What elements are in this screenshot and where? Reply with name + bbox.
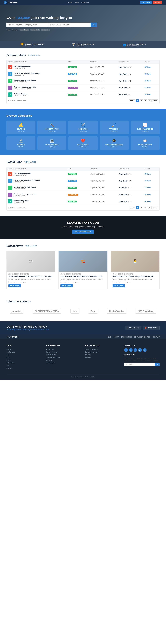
featured-page-1[interactable]: 1 bbox=[136, 100, 139, 102]
news-view-all[interactable]: VIEW ALL NEWS → bbox=[25, 245, 39, 247]
social-icon-t[interactable]: t bbox=[129, 348, 133, 352]
footer-link[interactable]: Add a Job bbox=[85, 354, 92, 356]
hero-number: 100,000* bbox=[16, 16, 30, 20]
client-logo-2: emy bbox=[70, 309, 79, 314]
hero-headline: Over 100,000* jobs are waiting for you bbox=[7, 16, 159, 20]
category-card-logistics[interactable]: ✈️ LOGISTICS 1,550 Jobs bbox=[68, 120, 97, 134]
category-card-healthcare[interactable]: ❤️ HEALTHCARE 2619 Jobs bbox=[68, 136, 97, 150]
footer-link[interactable]: Candidate Dashboard bbox=[46, 357, 60, 358]
footer-link[interactable]: Browse Jobs bbox=[46, 348, 54, 350]
newsletter-submit-button[interactable]: → bbox=[155, 363, 159, 366]
footer-link[interactable]: Student Resume bbox=[46, 354, 56, 356]
social-icon-p[interactable]: p bbox=[143, 348, 146, 352]
table-row[interactable]: F Front-end developer needed COMPANY NAM… bbox=[7, 191, 159, 198]
latest-page-3[interactable]: 3 bbox=[144, 206, 147, 209]
featured-page-2[interactable]: 2 bbox=[140, 100, 143, 102]
category-card-sales-marketing[interactable]: 📈 SALES/MARKETING 2,605 Jobs bbox=[131, 120, 159, 134]
keyword-tag-1[interactable]: accountant bbox=[30, 29, 40, 31]
footer-link[interactable]: Company bbox=[7, 348, 13, 350]
category-card-science[interactable]: 🔬 SCIENCE 475 Jobs bbox=[7, 136, 35, 150]
category-card-finance[interactable]: 💰 FINANCE 4,056 Jobs bbox=[7, 120, 35, 134]
table-row[interactable]: W Web Designer needed iDesign CREATIVE F… bbox=[7, 64, 159, 71]
category-card-art-design[interactable]: 🖌️ ART/DESIGN 2,905 Jobs bbox=[100, 120, 129, 134]
apple-store-button[interactable]: 🍎 APPLE STORE bbox=[143, 326, 159, 330]
table-row[interactable]: H We're hiring a fullstack developer WEB… bbox=[7, 178, 159, 184]
stat-industry-sub[interactable]: ABOUT US bbox=[25, 45, 44, 46]
featured-jobs-view-all[interactable]: VIEW ALL JOBS → bbox=[28, 54, 42, 56]
footer-nav-about[interactable]: ABOUT bbox=[114, 336, 119, 338]
featured-page-3[interactable]: 3 bbox=[144, 100, 147, 102]
google-play-button[interactable]: ▶ GOOGLE PLAY bbox=[125, 326, 141, 330]
read-more-button[interactable]: READ MORE bbox=[9, 284, 21, 288]
latest-page-2[interactable]: 2 bbox=[140, 206, 143, 209]
footer-link[interactable]: Browse categories bbox=[46, 351, 58, 353]
featured-prev-btn[interactable]: PREV bbox=[129, 100, 135, 102]
signup-button[interactable]: SIGN UP bbox=[153, 1, 162, 4]
table-row[interactable]: C Looking for a project leader COMPANY N… bbox=[7, 184, 159, 191]
stat-salary-sub[interactable]: LEARN MORE bbox=[76, 45, 95, 46]
featured-page-8[interactable]: 8 bbox=[148, 100, 151, 102]
table-row[interactable]: S Software Engineer BOOSTER PUBLISHER FU… bbox=[7, 91, 159, 98]
social-icon-g+[interactable]: g+ bbox=[138, 348, 142, 352]
job-salary: $67/hour bbox=[145, 80, 151, 82]
table-row[interactable]: F Front-end developer needed FOUSSER COR… bbox=[7, 84, 159, 91]
latest-next-btn[interactable]: NEXT bbox=[151, 206, 158, 209]
latest-col-location: LOCATION bbox=[89, 167, 118, 171]
read-more-button[interactable]: READ MORE bbox=[60, 284, 73, 288]
job-salary: $67/hour bbox=[145, 87, 151, 88]
clients-title: Clients & Partners bbox=[7, 300, 159, 303]
footer-link[interactable]: Team bbox=[7, 365, 10, 366]
social-icon-f[interactable]: f bbox=[124, 348, 128, 352]
newsletter-input[interactable] bbox=[124, 363, 155, 366]
news-image: 🏗️ bbox=[59, 251, 107, 272]
keyword-search-input[interactable] bbox=[7, 22, 49, 27]
latest-page-6[interactable]: 6 bbox=[148, 206, 151, 209]
latest-page-1[interactable]: 1 bbox=[136, 206, 139, 209]
read-more-button[interactable]: READ MORE bbox=[113, 284, 125, 288]
category-card-construction[interactable]: 🔨 CONSTRUCTION 1,055 Jobs bbox=[37, 120, 66, 134]
footer-nav-browse-jobs[interactable]: BROWSE JOBS bbox=[121, 336, 132, 338]
nav-buttons: POST A JOB SIGN UP bbox=[140, 1, 162, 4]
category-card-technologies[interactable]: 💻 TECHNOLOGIES 4538 Jobs bbox=[37, 136, 66, 150]
footer-link[interactable]: Jobs bbox=[7, 357, 10, 358]
featured-jobs-header: Featured Jobs VIEW ALL JOBS → bbox=[7, 54, 159, 57]
footer-link[interactable]: Our Partners bbox=[7, 351, 15, 353]
location-search-input[interactable] bbox=[49, 22, 91, 27]
social-icon-in[interactable]: in bbox=[134, 348, 137, 352]
cta-button[interactable]: GET STARTED NOW bbox=[72, 230, 94, 234]
latest-col-salary: SALARY bbox=[143, 167, 159, 171]
table-row[interactable]: C Looking for a project leader COMPANY A… bbox=[7, 78, 159, 84]
keyword-tag-2[interactable]: car dealer bbox=[41, 29, 50, 31]
footer-link[interactable]: Blog bbox=[7, 354, 9, 356]
footer-nav-browse-candidates[interactable]: BROWSE CANDIDATES bbox=[134, 336, 150, 338]
category-card-education-training[interactable]: 🎓 EDUCATION/TRAINING 1310 Jobs bbox=[100, 136, 129, 150]
post-job-button[interactable]: POST A JOB bbox=[140, 1, 151, 4]
news-title: Latest News bbox=[7, 244, 23, 248]
nav-about[interactable]: About bbox=[75, 2, 79, 4]
footer-link[interactable]: Company Dashboard bbox=[85, 351, 99, 353]
footer-link[interactable]: Browse Candidates bbox=[85, 348, 97, 350]
footer-link[interactable]: Packages bbox=[85, 357, 91, 358]
latest-prev-btn[interactable]: PREV bbox=[129, 206, 135, 209]
footer-link[interactable]: Contact Us bbox=[7, 368, 14, 369]
nav-contact[interactable]: Contact Us bbox=[81, 2, 89, 4]
footer-link[interactable]: Pricing bbox=[7, 360, 11, 361]
footer-link[interactable]: Add Jobs bbox=[46, 360, 52, 361]
footer-link[interactable]: My Bookmarks bbox=[46, 362, 55, 364]
latest-jobs-view-all[interactable]: VIEW ALL JOBS → bbox=[24, 161, 38, 163]
table-row[interactable]: W Web Designer needed SINGLE CREATIVE FU… bbox=[7, 171, 159, 178]
search-button[interactable]: 🔍 bbox=[91, 22, 97, 27]
stat-candidates-sub[interactable]: OUR COMMUNITY bbox=[127, 45, 145, 46]
job-title-cell: H We're hiring a fullstack developer WEB… bbox=[8, 72, 65, 76]
table-row[interactable]: H We're hiring a fullstack developer WEB… bbox=[7, 71, 159, 78]
footer-link[interactable]: Help Center bbox=[7, 362, 14, 364]
news-title: Tips to write an impressive resume onlin… bbox=[9, 276, 53, 278]
featured-next-btn[interactable]: NEXT bbox=[151, 100, 158, 102]
nav-home[interactable]: Home bbox=[68, 2, 72, 4]
keyword-tag-0[interactable]: web design bbox=[20, 29, 29, 31]
table-row[interactable]: S Software Engineer COMPANY LTD. FULL TI… bbox=[7, 198, 159, 205]
footer-nav-home[interactable]: HOME bbox=[107, 336, 111, 338]
footer-nav-contact[interactable]: CONTACT bbox=[153, 336, 159, 338]
job-company: WEBSOME INC. bbox=[14, 181, 40, 183]
category-card-food services[interactable]: 🍽️ FOOD SERVICES 717 Jobs bbox=[131, 136, 159, 150]
